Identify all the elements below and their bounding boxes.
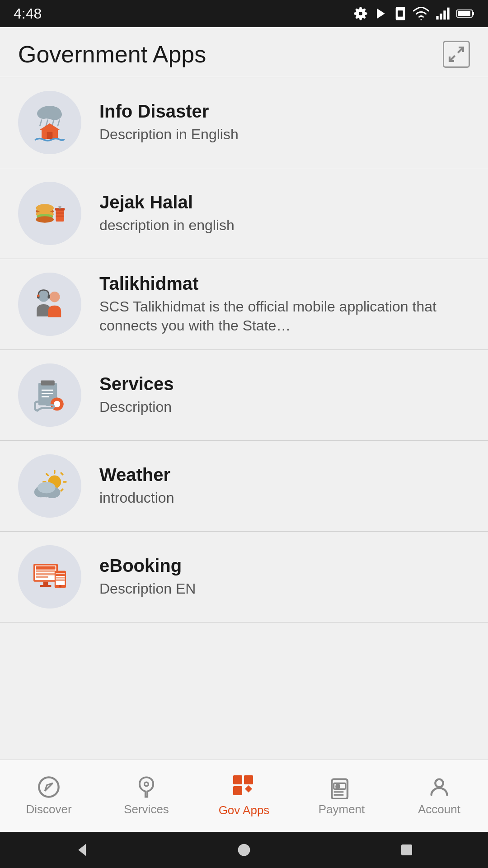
- svg-marker-80: [245, 785, 252, 793]
- app-name: eBooking: [99, 556, 470, 576]
- list-item[interactable]: eBooking Description EN: [0, 532, 488, 623]
- svg-rect-2: [436, 16, 438, 19]
- app-name: Services: [99, 374, 470, 394]
- svg-rect-31: [56, 216, 64, 217]
- home-button[interactable]: [230, 836, 258, 863]
- svg-rect-79: [233, 786, 242, 795]
- status-bar: 4:48: [0, 0, 488, 27]
- app-list: Info Disaster Description in English: [0, 77, 488, 760]
- app-desc: Description EN: [99, 580, 470, 599]
- customer-service-icon: [29, 284, 70, 325]
- svg-rect-7: [472, 12, 474, 15]
- svg-line-53: [47, 474, 48, 476]
- app-desc: description in english: [99, 216, 470, 235]
- nav-label-payment: Payment: [319, 802, 365, 816]
- app-info: Jejak Halal description in english: [99, 192, 470, 235]
- account-icon: [427, 775, 451, 799]
- svg-rect-45: [56, 407, 58, 410]
- battery-icon: [456, 8, 474, 19]
- svg-point-24: [36, 216, 54, 222]
- svg-rect-77: [233, 775, 242, 784]
- app-name: Talikhidmat: [99, 274, 470, 294]
- nav-item-payment[interactable]: $ Payment: [293, 760, 390, 832]
- svg-point-13: [47, 108, 62, 120]
- flood-house-icon: [29, 102, 70, 143]
- svg-point-89: [238, 844, 250, 856]
- settings-icon: [353, 6, 368, 21]
- services-icon: [29, 375, 70, 415]
- svg-rect-64: [36, 573, 55, 576]
- svg-point-33: [49, 292, 60, 302]
- svg-point-76: [145, 782, 149, 786]
- svg-point-36: [37, 294, 39, 297]
- page-title: Government Apps: [18, 41, 206, 68]
- app-desc: Description in English: [99, 125, 470, 144]
- svg-rect-4: [443, 10, 446, 19]
- svg-point-87: [435, 779, 443, 787]
- app-info: Info Disaster Description in English: [99, 101, 470, 144]
- services-nav-icon: [135, 775, 158, 799]
- signal-icon: [436, 7, 450, 20]
- booking-icon: [29, 557, 70, 597]
- svg-line-16: [52, 120, 54, 126]
- app-name: Jejak Halal: [99, 192, 470, 212]
- svg-rect-3: [440, 14, 442, 19]
- svg-rect-71: [56, 577, 65, 579]
- nav-label-services: Services: [124, 802, 169, 816]
- app-info: Services Description: [99, 374, 470, 417]
- app-info: Talikhidmat SCS Talikhidmat is the offic…: [99, 274, 470, 335]
- svg-rect-47: [60, 403, 63, 405]
- app-icon-ebooking: [18, 545, 81, 609]
- status-icons: [353, 6, 474, 21]
- svg-line-17: [58, 120, 60, 126]
- status-time: 4:48: [14, 5, 42, 22]
- svg-line-54: [61, 489, 63, 491]
- list-item[interactable]: Weather introduction: [0, 441, 488, 532]
- svg-point-73: [59, 585, 61, 587]
- back-button[interactable]: [68, 836, 95, 863]
- header: Government Apps: [0, 27, 488, 77]
- nav-item-services[interactable]: Services: [98, 760, 195, 832]
- back-icon: [72, 841, 90, 859]
- svg-marker-75: [45, 783, 52, 791]
- svg-point-29: [58, 206, 61, 208]
- discover-icon: [37, 775, 61, 799]
- svg-point-59: [38, 482, 56, 493]
- nav-item-account[interactable]: Account: [390, 760, 488, 832]
- payment-icon: $: [330, 775, 353, 799]
- app-desc: Description: [99, 398, 470, 417]
- nav-label-account: Account: [418, 802, 460, 816]
- app-icon-info-disaster: [18, 91, 81, 154]
- app-name: Weather: [99, 465, 470, 485]
- app-desc: SCS Talikhidmat is the official mobile a…: [99, 297, 470, 335]
- app-icon-jejak-halal: [18, 182, 81, 245]
- gov-apps-grid-icon: [232, 774, 256, 798]
- list-item[interactable]: Services Description: [0, 350, 488, 441]
- svg-rect-65: [36, 576, 48, 578]
- nav-item-gov-apps[interactable]: Gov Apps: [195, 760, 293, 832]
- app-info: eBooking Description EN: [99, 556, 470, 599]
- gov-apps-icon: [232, 774, 256, 800]
- svg-line-55: [61, 473, 63, 475]
- svg-rect-5: [447, 8, 449, 20]
- expand-icon[interactable]: [443, 41, 470, 68]
- nav-label-discover: Discover: [26, 802, 71, 816]
- svg-rect-63: [36, 571, 55, 573]
- recents-button[interactable]: [393, 836, 420, 863]
- expand-svg: [447, 45, 465, 63]
- list-item[interactable]: Talikhidmat SCS Talikhidmat is the offic…: [0, 259, 488, 350]
- app-icon-weather: [18, 454, 81, 518]
- nav-item-discover[interactable]: Discover: [0, 760, 98, 832]
- svg-rect-35: [48, 295, 50, 298]
- list-item[interactable]: Jejak Halal description in english: [0, 168, 488, 259]
- svg-marker-88: [78, 844, 86, 856]
- wifi-icon: [413, 7, 429, 20]
- recents-icon: [399, 842, 415, 858]
- svg-rect-38: [41, 381, 55, 386]
- svg-text:$: $: [336, 783, 339, 789]
- list-item[interactable]: Info Disaster Description in English: [0, 77, 488, 168]
- app-icon-services: [18, 363, 81, 427]
- svg-rect-90: [401, 844, 412, 855]
- nav-label-gov-apps: Gov Apps: [219, 803, 270, 817]
- svg-rect-1: [398, 10, 403, 17]
